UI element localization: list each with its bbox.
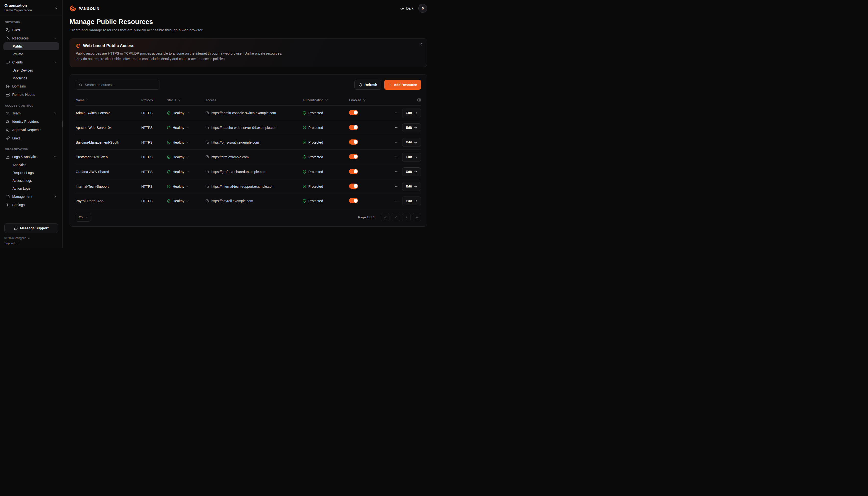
search-box[interactable] — [76, 80, 159, 90]
resource-url[interactable]: https://apache-web-server-04.example.com — [211, 126, 277, 130]
brand[interactable]: PANGOLIN — [69, 5, 99, 12]
enabled-cell — [349, 169, 382, 175]
resource-url[interactable]: https://grafana-shared.example.com — [211, 170, 266, 174]
sidebar-item-approval-requests[interactable]: Approval Requests — [3, 126, 59, 134]
status-dropdown[interactable]: Healthy — [167, 170, 204, 174]
resource-url[interactable]: https://internal-tech-support.example.co… — [211, 185, 275, 188]
row-menu-button[interactable] — [393, 110, 400, 116]
sidebar-item-sites[interactable]: Sites — [3, 26, 59, 34]
chat-bubble-icon — [14, 226, 18, 230]
page-size-select[interactable]: 20 — [76, 213, 91, 221]
user-avatar[interactable]: P — [418, 4, 427, 13]
row-menu-button[interactable] — [393, 169, 400, 175]
copy-url-button[interactable] — [206, 170, 209, 173]
shield-check-icon — [303, 126, 306, 130]
resource-url[interactable]: https://bms-south.example.com — [211, 140, 259, 144]
add-resource-button[interactable]: Add Resource — [384, 80, 421, 90]
banner-close-button[interactable] — [419, 42, 423, 46]
sidebar-item-links[interactable]: Links — [3, 134, 59, 142]
sidebar-item-private[interactable]: Private — [3, 50, 59, 58]
edit-button[interactable]: Edit — [402, 109, 421, 118]
sidebar-item-remote-nodes[interactable]: Remote Nodes — [3, 90, 59, 99]
edit-button[interactable]: Edit — [402, 182, 421, 191]
resource-url[interactable]: https://payroll.example.com — [211, 199, 253, 203]
status-dropdown[interactable]: Healthy — [167, 185, 204, 188]
sidebar-item-resources[interactable]: Resources — [3, 34, 59, 42]
copy-url-button[interactable] — [206, 155, 209, 159]
sidebar-item-access-logs[interactable]: Access Logs — [3, 177, 59, 185]
copyright-link[interactable]: © 2026 Pangolin — [4, 236, 58, 240]
status-dropdown[interactable]: Healthy — [167, 199, 204, 203]
sidebar-item-action-logs[interactable]: Action Logs — [3, 185, 59, 192]
columns-visibility-button[interactable] — [417, 98, 421, 102]
message-support-button[interactable]: Message Support — [4, 223, 58, 233]
status-dropdown[interactable]: Healthy — [167, 126, 204, 130]
status-dropdown[interactable]: Healthy — [167, 111, 204, 115]
row-menu-button[interactable] — [393, 198, 400, 204]
edit-button[interactable]: Edit — [402, 138, 421, 147]
status-dropdown[interactable]: Healthy — [167, 140, 204, 144]
sidebar-item-logs-analytics[interactable]: Logs & Analytics — [3, 153, 59, 161]
enabled-toggle[interactable] — [349, 110, 358, 115]
sidebar-resize-handle[interactable] — [62, 121, 63, 127]
row-menu-button[interactable] — [393, 124, 400, 130]
copy-url-button[interactable] — [206, 111, 209, 115]
sidebar-item-user-devices[interactable]: User Devices — [3, 66, 59, 74]
enabled-toggle[interactable] — [349, 125, 358, 130]
status-label: Healthy — [173, 155, 184, 159]
edit-button[interactable]: Edit — [402, 153, 421, 161]
enabled-toggle[interactable] — [349, 198, 358, 203]
sidebar-item-management[interactable]: Management — [3, 192, 59, 201]
theme-toggle-button[interactable]: Dark — [400, 6, 414, 10]
sidebar-item-analytics[interactable]: Analytics — [3, 161, 59, 169]
last-page-button[interactable] — [413, 213, 421, 221]
column-header-status[interactable]: Status — [167, 98, 204, 102]
refresh-button[interactable]: Refresh — [354, 80, 381, 90]
toggle-knob — [354, 155, 358, 158]
first-page-button[interactable] — [381, 213, 389, 221]
edit-button[interactable]: Edit — [402, 167, 421, 176]
resource-url[interactable]: https://admin-console-switch.example.com — [211, 111, 276, 115]
resource-protocol: HTTPS — [141, 155, 165, 159]
resource-url[interactable]: https://crm.example.com — [211, 155, 249, 159]
sidebar-item-clients[interactable]: Clients — [3, 58, 59, 66]
edit-button[interactable]: Edit — [402, 197, 421, 205]
sidebar-item-team[interactable]: Team — [3, 109, 59, 118]
users-icon — [6, 111, 10, 115]
sidebar-item-public[interactable]: Public — [3, 42, 59, 50]
edit-button[interactable]: Edit — [402, 123, 421, 132]
status-dropdown[interactable]: Healthy — [167, 155, 204, 159]
row-menu-button[interactable] — [393, 154, 400, 160]
enabled-toggle[interactable] — [349, 154, 358, 159]
enabled-toggle[interactable] — [349, 184, 358, 189]
sidebar-item-domains[interactable]: Domains — [3, 82, 59, 90]
auth-cell: Protected — [303, 111, 347, 115]
next-page-button[interactable] — [402, 213, 411, 221]
column-header-enabled[interactable]: Enabled — [349, 98, 382, 102]
copy-url-button[interactable] — [206, 140, 209, 144]
auth-label: Protected — [308, 126, 323, 130]
chart-icon — [6, 155, 10, 159]
org-selector[interactable]: Organization Demo Organization — [0, 0, 62, 15]
copy-url-button[interactable] — [206, 185, 209, 188]
copy-url-button[interactable] — [206, 199, 209, 203]
row-menu-button[interactable] — [393, 139, 400, 145]
previous-page-button[interactable] — [392, 213, 400, 221]
sidebar-item-request-logs[interactable]: Request Logs — [3, 169, 59, 177]
resource-name: Apache-Web-Server-04 — [76, 126, 139, 130]
sidebar-item-settings[interactable]: Settings — [3, 201, 59, 209]
copy-url-button[interactable] — [206, 126, 209, 129]
enabled-toggle[interactable] — [349, 169, 358, 174]
sidebar-item-label: Resources — [12, 36, 29, 40]
support-link[interactable]: Support — [4, 242, 58, 245]
search-input[interactable] — [85, 83, 156, 87]
sidebar-item-machines[interactable]: Machines — [3, 74, 59, 82]
row-menu-button[interactable] — [393, 183, 400, 189]
server-icon — [6, 93, 10, 97]
column-header-authentication[interactable]: Authentication — [303, 98, 347, 102]
resource-name: Building-Management-South — [76, 140, 139, 144]
column-header-name[interactable]: Name — [76, 98, 139, 102]
enabled-toggle[interactable] — [349, 139, 358, 144]
sidebar-item-identity-providers[interactable]: Identity Providers — [3, 118, 59, 126]
table-footer: 20 Page 1 of 1 — [76, 213, 421, 221]
